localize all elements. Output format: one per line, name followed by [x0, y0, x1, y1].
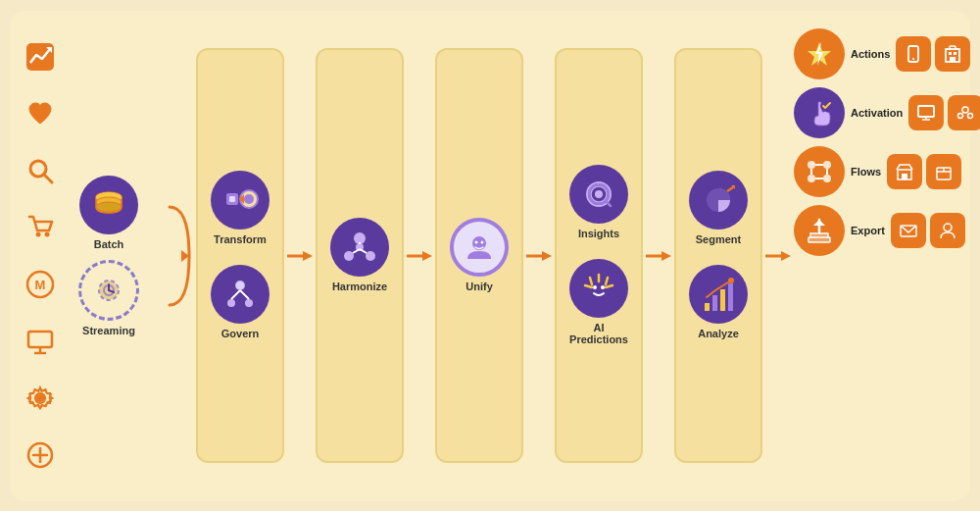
svg-point-90: [958, 113, 963, 118]
svg-line-57: [606, 201, 611, 206]
svg-point-94: [808, 175, 815, 182]
flows-label: Flows: [851, 166, 881, 178]
arrow-1: [284, 246, 316, 266]
harmonize-icon: [330, 218, 389, 277]
sidebar-item-analytics[interactable]: [21, 37, 60, 77]
group-icon-btn[interactable]: [948, 95, 980, 130]
transform-label: Transform: [214, 233, 267, 245]
svg-marker-52: [542, 251, 552, 261]
svg-point-91: [968, 113, 973, 118]
flows-row: Flows: [794, 146, 961, 197]
svg-marker-108: [813, 220, 825, 226]
svg-line-45: [360, 249, 367, 253]
batch-icon: [79, 176, 138, 234]
right-sidebar: Actions: [794, 21, 960, 491]
segment-node: Segment: [689, 171, 748, 245]
svg-point-70: [728, 278, 734, 283]
svg-point-33: [245, 299, 253, 307]
analyze-label: Analyze: [698, 328, 739, 339]
svg-rect-67: [712, 295, 717, 311]
transform-icon: [211, 171, 270, 230]
svg-rect-69: [728, 283, 733, 311]
harmonize-col: Harmonize: [316, 48, 404, 462]
insights-icon: [569, 165, 628, 224]
unify-col: Unify: [435, 48, 523, 462]
arrow-5: [762, 246, 794, 266]
transform-govern-col: Transform Govern: [196, 48, 284, 462]
main-container: M: [10, 11, 970, 501]
svg-rect-81: [950, 57, 956, 62]
sources-column: Batch Streaming: [60, 21, 158, 491]
arrow-2: [404, 246, 435, 266]
insights-node: Insights: [569, 165, 628, 239]
actions-label: Actions: [851, 48, 890, 60]
streaming-label: Streaming: [82, 325, 135, 336]
sidebar-item-search[interactable]: [21, 151, 60, 190]
mobile-icon-btn[interactable]: [896, 36, 931, 72]
svg-point-95: [823, 175, 831, 182]
arrow-4: [643, 246, 674, 266]
sidebar-item-mparticle[interactable]: M: [21, 265, 60, 304]
batch-source: Batch: [79, 176, 138, 250]
svg-rect-86: [918, 106, 934, 117]
svg-point-20: [96, 202, 122, 212]
email-icon-btn[interactable]: [891, 213, 926, 248]
svg-rect-8: [28, 332, 52, 347]
activation-icon[interactable]: [794, 87, 845, 138]
svg-point-77: [912, 58, 914, 60]
actions-icon[interactable]: [794, 28, 845, 79]
streaming-icon: [78, 260, 139, 321]
streaming-source: Streaming: [78, 260, 139, 336]
export-icon[interactable]: [794, 205, 845, 256]
govern-node: Govern: [211, 265, 270, 339]
svg-point-59: [593, 285, 597, 289]
svg-point-36: [236, 281, 244, 289]
svg-point-40: [344, 251, 354, 261]
svg-rect-80: [954, 52, 956, 55]
monitor-icon-btn[interactable]: [908, 95, 944, 130]
svg-line-44: [353, 249, 360, 253]
svg-point-13: [37, 395, 43, 401]
svg-point-92: [808, 161, 815, 169]
sidebar-item-cart[interactable]: [21, 208, 60, 247]
export-row: Export: [794, 205, 965, 256]
segment-analyze-col: Segment Analyze: [674, 48, 762, 462]
harmonize-label: Harmonize: [332, 281, 387, 292]
flows-icon[interactable]: [794, 146, 845, 197]
transform-node: Transform: [211, 171, 270, 245]
actions-row: Actions: [794, 28, 970, 79]
svg-rect-27: [229, 196, 235, 202]
svg-line-34: [231, 290, 240, 299]
analyze-icon: [689, 265, 748, 324]
export-label: Export: [851, 225, 885, 236]
pipeline-wrapper: Transform Govern: [196, 21, 794, 491]
ai-predictions-icon: [569, 259, 628, 318]
svg-rect-68: [720, 289, 725, 311]
svg-point-29: [244, 194, 254, 204]
left-sidebar: M: [20, 21, 60, 491]
harmonize-node: Harmonize: [330, 218, 389, 292]
activation-label: Activation: [851, 107, 903, 119]
sidebar-item-monitor[interactable]: [21, 322, 60, 361]
svg-marker-72: [781, 251, 791, 261]
box-icon-btn[interactable]: [926, 154, 961, 189]
sidebar-item-favorites[interactable]: [21, 94, 60, 133]
building-icon-btn[interactable]: [935, 36, 970, 72]
store-icon-btn[interactable]: [887, 154, 922, 189]
sidebar-item-add[interactable]: [21, 435, 60, 475]
insights-ai-col: Insights AI Predictio: [555, 48, 643, 462]
bracket-connector: [160, 178, 194, 334]
unify-icon: [450, 218, 509, 277]
sidebar-item-settings[interactable]: [21, 379, 60, 418]
svg-rect-66: [705, 303, 710, 311]
ai-predictions-label: AI Predictions: [564, 322, 633, 345]
svg-point-32: [227, 299, 235, 307]
svg-rect-101: [902, 174, 907, 179]
unify-label: Unify: [466, 281, 493, 292]
govern-label: Govern: [221, 328, 260, 339]
insights-label: Insights: [578, 228, 619, 239]
segment-icon: [689, 171, 748, 230]
svg-marker-38: [303, 251, 313, 261]
person-icon-btn[interactable]: [930, 213, 965, 248]
svg-point-55: [595, 190, 603, 198]
